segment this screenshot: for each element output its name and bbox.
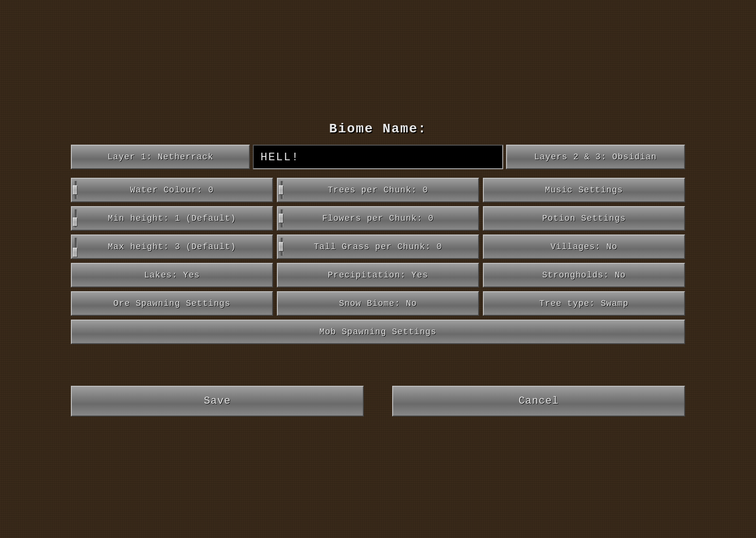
tall-grass-slider-knob xyxy=(279,242,284,251)
min-height-button[interactable]: Min height: 1 (Default) xyxy=(71,206,273,231)
water-colour-button[interactable]: Water Colour: 0 xyxy=(71,178,273,202)
lakes-button[interactable]: Lakes: Yes xyxy=(71,263,273,287)
settings-grid: Water Colour: 0 Trees per Chunk: 0 Music… xyxy=(71,178,685,316)
tall-grass-button[interactable]: Tall Grass per Chunk: 0 xyxy=(277,234,479,259)
mob-spawning-button[interactable]: Mob Spawning Settings xyxy=(71,320,685,344)
ore-spawning-button[interactable]: Ore Spawning Settings xyxy=(71,291,273,316)
top-row: Layer 1: Netherrack Layers 2 & 3: Obsidi… xyxy=(71,145,685,169)
cancel-button[interactable]: Cancel xyxy=(392,386,685,417)
strongholds-button[interactable]: Strongholds: No xyxy=(483,263,685,287)
biome-dialog: Biome Name: Layer 1: Netherrack Layers 2… xyxy=(71,121,685,417)
dialog-title: Biome Name: xyxy=(329,121,427,136)
water-colour-slider-knob xyxy=(73,185,77,194)
save-button[interactable]: Save xyxy=(71,386,364,417)
snow-biome-button[interactable]: Snow Biome: No xyxy=(277,291,479,316)
max-height-slider-knob xyxy=(73,248,77,257)
potion-settings-button[interactable]: Potion Settings xyxy=(483,206,685,231)
min-height-slider-knob xyxy=(73,217,77,226)
max-height-button[interactable]: Max height: 3 (Default) xyxy=(71,234,273,259)
villages-button[interactable]: Villages: No xyxy=(483,234,685,259)
layer1-button[interactable]: Layer 1: Netherrack xyxy=(71,145,250,169)
music-settings-button[interactable]: Music Settings xyxy=(483,178,685,202)
flowers-per-chunk-button[interactable]: Flowers per Chunk: 0 xyxy=(277,206,479,231)
mob-spawning-row: Mob Spawning Settings xyxy=(71,320,685,344)
precipitation-button[interactable]: Precipitation: Yes xyxy=(277,263,479,287)
biome-name-input[interactable] xyxy=(253,145,503,169)
trees-per-chunk-button[interactable]: Trees per Chunk: 0 xyxy=(277,178,479,202)
flowers-slider-knob xyxy=(279,214,284,223)
action-row: Save Cancel xyxy=(71,386,685,417)
layers23-button[interactable]: Layers 2 & 3: Obsidian xyxy=(506,145,685,169)
tree-type-button[interactable]: Tree type: Swamp xyxy=(483,291,685,316)
trees-slider-knob xyxy=(279,185,284,194)
